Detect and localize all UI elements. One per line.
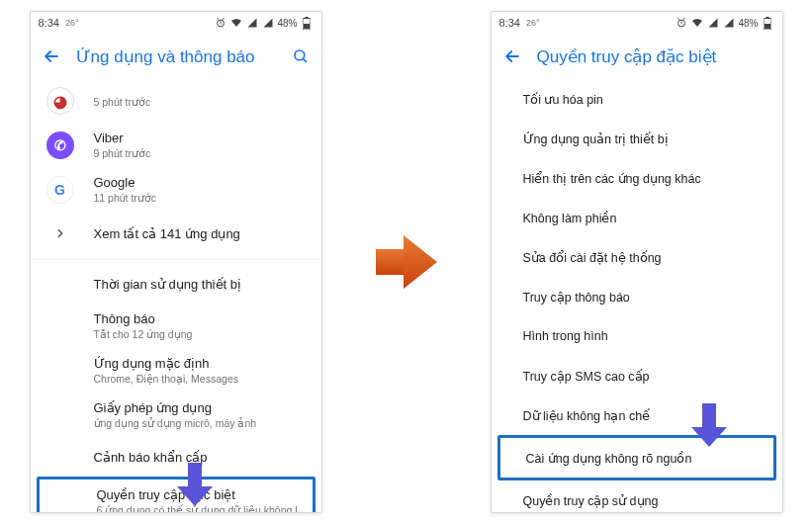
svg-rect-10 — [765, 24, 770, 29]
phone-screenshot-1: 8:34 26° 48% Ứng dụng và thông báo ◕ 5 p… — [30, 11, 322, 513]
svg-point-4 — [295, 50, 305, 60]
special-access-list: Tối ưu hóa pin Ứng dụng quản trị thiết b… — [492, 79, 782, 512]
alarm-icon — [214, 16, 227, 30]
setting-row[interactable]: Thông báo Tắt cho 12 ứng dụng — [31, 304, 321, 348]
list-item[interactable]: Tối ưu hóa pin — [492, 79, 782, 119]
list-item[interactable]: Hiển thị trên các ứng dụng khác — [492, 158, 782, 198]
row-primary: Không làm phiền — [523, 211, 617, 225]
list-item[interactable]: Ứng dụng quản trị thiết bị — [492, 119, 782, 158]
app-sub: 9 phút trước — [94, 147, 306, 159]
app-name: Google — [94, 175, 306, 190]
row-primary: Truy cập thông báo — [523, 290, 630, 305]
status-temp: 26° — [526, 18, 540, 28]
divider — [31, 259, 321, 260]
transition-arrow-icon — [370, 225, 443, 299]
signal-icon — [245, 16, 259, 30]
app-icon: G — [46, 176, 74, 204]
app-bar: Ứng dụng và thông báo — [31, 34, 321, 79]
recent-app-row[interactable]: ◕ 5 phút trước — [31, 79, 321, 123]
row-primary: Giấy phép ứng dụng — [94, 400, 306, 415]
signal-icon — [706, 16, 720, 30]
row-primary: Ứng dụng mặc định — [94, 356, 306, 371]
see-all-label: Xem tất cả 141 ứng dụng — [94, 226, 306, 241]
app-name: Viber — [94, 131, 306, 145]
back-arrow-icon[interactable] — [501, 45, 523, 67]
row-secondary: ứng dụng sử dụng micrô, máy ảnh — [94, 417, 306, 429]
battery-icon — [761, 16, 774, 30]
list-item[interactable]: Dữ liệu không hạn chế — [492, 395, 782, 435]
status-temp: 26° — [65, 18, 79, 28]
row-secondary: Chrome, Điện thoại, Messages — [94, 373, 306, 385]
list-item[interactable]: Truy cập SMS cao cấp — [492, 356, 782, 395]
phone-screenshot-2: 8:34 26° 48% Quyền truy cập đặc biệt Tối… — [491, 11, 783, 513]
wifi-icon — [690, 16, 704, 30]
app-sub: 5 phút trước — [94, 96, 306, 108]
status-time: 8:34 — [39, 17, 59, 29]
setting-row[interactable]: Thời gian sử dụng thiết bị — [31, 264, 321, 304]
back-arrow-icon[interactable] — [41, 45, 62, 67]
setting-row[interactable]: Ứng dụng mặc định Chrome, Điện thoại, Me… — [31, 348, 321, 393]
settings-list: ◕ 5 phút trước ✆ Viber 9 phút trước G Go… — [31, 79, 321, 512]
row-primary: Cảnh báo khẩn cấp — [94, 450, 306, 465]
row-primary: Hiển thị trên các ứng dụng khác — [523, 171, 701, 186]
list-item[interactable]: Không làm phiền — [492, 198, 782, 237]
list-item[interactable]: Quyền truy cập sử dụng — [492, 480, 782, 512]
search-icon[interactable] — [290, 45, 312, 67]
see-all-apps[interactable]: Xem tất cả 141 ứng dụng — [31, 212, 321, 255]
list-item[interactable]: Hình trong hình — [492, 316, 782, 356]
status-bar: 8:34 26° 48% — [492, 12, 782, 34]
row-primary: Thời gian sử dụng thiết bị — [94, 277, 306, 292]
row-primary: Quyền truy cập đặc biệt — [97, 487, 297, 502]
battery-icon — [300, 16, 314, 30]
battery-percent: 48% — [277, 18, 297, 29]
app-icon: ◕ — [46, 87, 74, 115]
row-primary: Ứng dụng quản trị thiết bị — [523, 131, 669, 146]
wifi-icon — [229, 16, 243, 30]
list-item[interactable]: Truy cập thông báo — [492, 277, 782, 316]
app-sub: 11 phút trước — [94, 192, 306, 204]
list-item[interactable]: Sửa đổi cài đặt hệ thống — [492, 237, 782, 277]
row-primary: Hình trong hình — [523, 329, 608, 343]
status-time: 8:34 — [499, 17, 520, 29]
app-bar: Quyền truy cập đặc biệt — [492, 34, 782, 79]
row-primary: Truy cập SMS cao cấp — [523, 369, 650, 384]
svg-rect-9 — [766, 17, 768, 19]
signal-icon-2 — [261, 16, 275, 30]
page-title: Ứng dụng và thông báo — [76, 46, 290, 67]
setting-row[interactable]: Giấy phép ứng dụng ứng dụng sử dụng micr… — [31, 393, 321, 437]
row-primary: Tối ưu hóa pin — [523, 92, 603, 107]
recent-app-row[interactable]: ✆ Viber 9 phút trước — [31, 123, 321, 167]
alarm-icon — [675, 16, 688, 30]
battery-percent: 48% — [738, 18, 758, 29]
highlight-special-access[interactable]: Quyền truy cập đặc biệt 6 ứng dụng có th… — [37, 477, 316, 512]
status-bar: 8:34 26° 48% — [31, 12, 321, 34]
svg-rect-2 — [305, 17, 308, 19]
row-primary: Sửa đổi cài đặt hệ thống — [523, 250, 662, 265]
chevron-right-icon — [46, 219, 74, 247]
setting-row[interactable]: Cảnh báo khẩn cấp — [31, 437, 321, 477]
row-primary: Quyền truy cập sử dụng — [523, 493, 659, 508]
row-primary: Thông báo — [94, 311, 306, 326]
row-primary: Cài ứng dụng không rõ nguồn — [526, 451, 692, 466]
page-title: Quyền truy cập đặc biệt — [537, 46, 772, 67]
app-icon: ✆ — [46, 131, 74, 159]
svg-rect-6 — [376, 249, 406, 275]
row-secondary: 6 ứng dụng có thể sử dụng dữ liệu không … — [97, 504, 297, 512]
recent-app-row[interactable]: G Google 11 phút trước — [31, 167, 321, 212]
row-secondary: Tắt cho 12 ứng dụng — [94, 328, 306, 340]
highlight-install-unknown[interactable]: Cài ứng dụng không rõ nguồn — [497, 435, 776, 480]
svg-rect-3 — [304, 24, 310, 29]
row-primary: Dữ liệu không hạn chế — [523, 408, 651, 423]
signal-icon-2 — [722, 16, 736, 30]
